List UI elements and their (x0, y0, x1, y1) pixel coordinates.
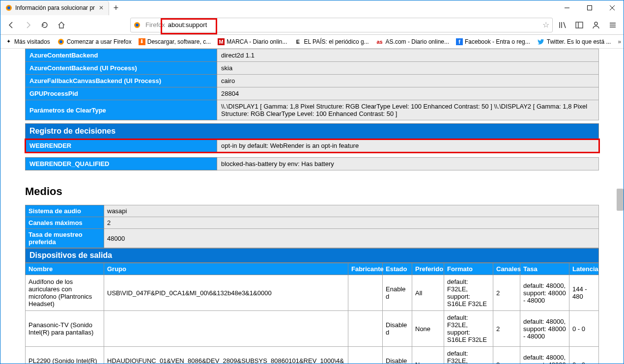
dev-state: Disabled (383, 347, 412, 364)
decision-log-header: Registro de decisiones (25, 123, 599, 139)
svg-rect-8 (576, 22, 583, 28)
prop-key: AzureFallbackCanvasBackend (UI Process) (26, 75, 217, 87)
maximize-button[interactable] (578, 0, 601, 15)
bookmark-label: Twitter. Es lo que está ... (547, 38, 611, 45)
forward-button[interactable] (21, 18, 35, 32)
prop-val: blocked-has-battery by env: Has battery (217, 158, 599, 170)
bookmark-label: Descargar, software, c... (147, 38, 211, 45)
table-row: GPUProcessPid28804 (26, 87, 599, 100)
bookmark-facebook[interactable]: fFacebook - Entra o reg... (456, 38, 530, 45)
svg-point-1 (7, 6, 10, 9)
bookmark-label: MARCA - Diario onlin... (227, 38, 287, 45)
url-bar[interactable]: Firefox about:support ☆ (130, 18, 553, 32)
as-icon: as (376, 38, 384, 46)
window-close-button[interactable] (601, 0, 624, 15)
dev-vendor (348, 275, 383, 311)
graphics-table: AzureContentBackenddirect2d 1.1AzureCont… (25, 49, 599, 120)
prop-key: WEBRENDER (26, 140, 217, 152)
prop-key: Canales máximos (26, 217, 104, 229)
dev-channels: 2 (493, 311, 520, 347)
table-row: AzureContentBackenddirect2d 1.1 (26, 49, 599, 62)
new-tab-button[interactable]: + (109, 1, 123, 15)
prop-val: 28804 (217, 87, 599, 100)
dev-vendor (348, 347, 383, 364)
url-text[interactable]: about:support (168, 21, 539, 28)
library-button[interactable] (556, 18, 569, 32)
minimize-button[interactable] (556, 0, 578, 15)
firefox-identity-icon (134, 22, 141, 28)
bookmark-label: Más visitados (14, 38, 50, 45)
sparkle-icon: ✦ (4, 38, 12, 46)
tab-close-icon[interactable]: ✕ (99, 4, 104, 11)
col-header: Canales (493, 263, 520, 275)
dev-latency: 144 - 480 (569, 275, 599, 311)
prop-val: cairo (217, 75, 599, 87)
bookmarks-toolbar: ✦Más visitados Comenzar a usar Firefox ⬇… (0, 35, 624, 49)
bookmark-most-visited[interactable]: ✦Más visitados (4, 38, 50, 46)
nav-toolbar: Firefox about:support ☆ (0, 15, 624, 35)
browser-tab[interactable]: Información para solucionar pr ✕ (0, 0, 109, 15)
dev-state: Disabled (383, 311, 412, 347)
dev-group (104, 311, 348, 347)
col-header: Preferido (412, 263, 444, 275)
reload-button[interactable] (38, 18, 52, 32)
bookmark-as[interactable]: asAS.com - Diario online... (376, 38, 449, 46)
bookmark-label: Facebook - Entra o reg... (465, 38, 530, 45)
media-header: Medios (25, 185, 599, 198)
output-devices-table: NombreGrupoFabricanteEstadoPreferidoForm… (25, 263, 599, 364)
dev-format: default: F32LE, support: S16LE F32LE (444, 311, 493, 347)
prop-val: skia (217, 62, 599, 75)
table-row: AzureFallbackCanvasBackend (UI Process)c… (26, 75, 599, 87)
page-content[interactable]: AzureContentBackenddirect2d 1.1AzureCont… (0, 49, 624, 364)
elpais-icon: E (294, 38, 302, 46)
dev-latency: 0 - 0 (569, 311, 599, 347)
output-devices-header: Dispositivos de salida (25, 248, 599, 263)
dev-latency: 0 - 0 (569, 347, 599, 364)
sidebar-button[interactable] (572, 18, 586, 32)
prop-val: wasapi (104, 205, 599, 217)
table-row: Canales máximos2 (26, 217, 599, 229)
dev-format: default: F32LE, support: S16LE F32LE (444, 275, 493, 311)
marca-icon: M (218, 38, 225, 45)
bookmark-elpais[interactable]: EEL PAÍS: el periódico g... (294, 38, 369, 46)
bookmark-label: EL PAÍS: el periódico g... (304, 38, 369, 45)
dev-state: Enabled (383, 275, 412, 311)
dev-rate: default: 48000, support: 48000 - 48000 (520, 275, 569, 311)
prop-key: Parámetros de ClearType (26, 100, 217, 120)
bookmark-marca[interactable]: MMARCA - Diario onlin... (218, 38, 287, 45)
table-row: Tasa de muestreo preferida48000 (26, 229, 599, 248)
url-prefix: Firefox (145, 21, 165, 28)
titlebar: Información para solucionar pr ✕ + (0, 0, 624, 15)
prop-val: opt-in by default: WebRender is an opt-i… (217, 140, 599, 152)
table-row: Panasonic-TV (Sonido Intel(R) para panta… (26, 311, 599, 347)
bookmark-twitter[interactable]: Twitter. Es lo que está ... (537, 38, 611, 46)
bookmark-download-software[interactable]: ⬇Descargar, software, c... (139, 38, 211, 45)
bookmarks-overflow-icon[interactable]: » (618, 35, 621, 49)
dev-pref: All (412, 275, 444, 311)
dev-format: default: F32LE, support: S16LE F32LE (444, 347, 493, 364)
prop-key: Sistema de audio (26, 205, 104, 217)
col-header: Fabricante (348, 263, 383, 275)
menu-button[interactable] (606, 18, 620, 32)
table-row: WEBRENDER_QUALIFIEDblocked-has-battery b… (26, 158, 599, 170)
back-button[interactable] (4, 18, 18, 32)
dev-name: Audífono de los auriculares con micrófon… (26, 275, 104, 311)
prop-key: GPUProcessPid (26, 87, 217, 100)
bookmark-label: AS.com - Diario online... (386, 38, 449, 45)
dev-name: PL2290 (Sonido Intel(R) para pantallas) (26, 347, 104, 364)
dev-channels: 2 (493, 275, 520, 311)
prop-key: WEBRENDER_QUALIFIED (26, 158, 217, 170)
bookmark-get-started-firefox[interactable]: Comenzar a usar Firefox (57, 38, 132, 46)
svg-point-7 (136, 24, 139, 27)
prop-key: AzureContentBackend (UI Process) (26, 62, 217, 75)
table-row: PL2290 (Sonido Intel(R) para pantallas) … (26, 347, 599, 364)
dev-vendor (348, 311, 383, 347)
dev-group: HDAUDIO\FUNC_01&VEN_8086&DEV_2809&SUBSYS… (104, 347, 348, 364)
dev-pref: None (412, 311, 444, 347)
home-button[interactable] (55, 18, 68, 32)
twitter-icon (537, 38, 545, 46)
scrollbar-thumb[interactable] (617, 189, 624, 211)
account-button[interactable] (589, 18, 603, 32)
bookmark-star-icon[interactable]: ☆ (542, 20, 549, 29)
dev-rate: default: 48000, support: 48000 - 48000 (520, 347, 569, 364)
